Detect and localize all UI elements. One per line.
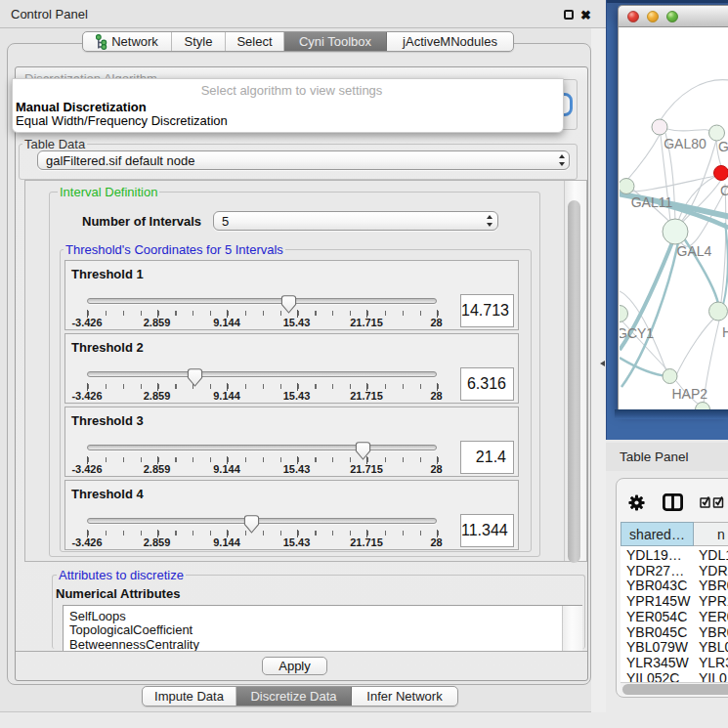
svg-text:H: H [722,324,728,340]
svg-text:GAL4: GAL4 [677,243,712,259]
svg-text:HAP2: HAP2 [672,386,708,402]
svg-text:GAL11: GAL11 [631,194,673,210]
svg-text:GCY1: GCY1 [620,325,654,341]
svg-text:C: C [720,183,728,198]
svg-text:GAL80: GAL80 [664,136,707,151]
svg-text:GA: GA [718,139,728,154]
